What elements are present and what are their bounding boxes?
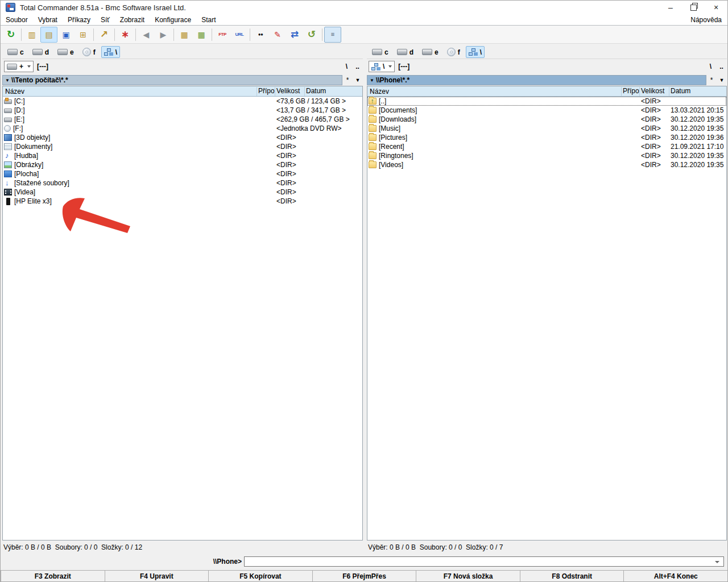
back-icon[interactable]: ◀ — [138, 27, 155, 43]
file-row[interactable]: [3D objekty] <DIR> — [3, 133, 362, 142]
pack-icon[interactable]: ▦ — [176, 27, 193, 43]
file-row[interactable]: [Stažené soubory] <DIR> — [3, 178, 362, 188]
column-header-size[interactable]: Velikost — [276, 87, 300, 95]
file-row[interactable]: [Pictures] <DIR> 30.12.2020 19:36 — [367, 133, 726, 142]
file-row[interactable]: [E:] <262,9 GB / 465,7 GB > — [3, 115, 362, 124]
right-path-bar[interactable]: ▼ \\Phone\*.* — [367, 75, 706, 85]
menu-item[interactable]: Zobrazit — [115, 14, 150, 25]
separator[interactable] — [135, 28, 136, 41]
ftp-connect-icon[interactable]: FTP — [214, 27, 231, 43]
unpack-icon[interactable]: ▦ — [193, 27, 210, 43]
full-view-icon[interactable]: ▤ — [40, 27, 57, 43]
forward-icon[interactable]: ▶ — [155, 27, 172, 43]
parent-dir-button[interactable]: .. — [716, 61, 727, 72]
function-key-button[interactable]: F6 PřejmPřes — [312, 571, 416, 581]
close-button[interactable]: × — [705, 1, 727, 14]
drive-c-button[interactable]: c — [369, 46, 391, 58]
root-dir-button[interactable]: \ — [341, 61, 352, 72]
filter-button[interactable]: * — [342, 75, 353, 85]
file-row[interactable]: [D:] <13,7 GB / 341,7 GB > — [3, 106, 362, 115]
column-header-ext[interactable]: Přípo — [258, 87, 275, 95]
history-button[interactable]: ▼ — [717, 75, 727, 85]
network-button[interactable]: \ — [466, 46, 485, 58]
parent-dir-button[interactable]: .. — [352, 61, 363, 72]
separator[interactable] — [212, 28, 212, 41]
thumbnail-view-icon[interactable]: ▣ — [57, 27, 75, 43]
filter-button[interactable]: * — [706, 75, 717, 85]
file-row[interactable]: [..] <DIR> — [367, 97, 726, 106]
right-drive-combo[interactable]: \ — [369, 61, 395, 72]
column-header-date[interactable]: Datum — [306, 87, 326, 95]
separator[interactable] — [173, 28, 174, 41]
left-drive-combo[interactable]: + — [4, 61, 34, 72]
drive-d-button[interactable]: d — [394, 46, 416, 58]
notepad-icon[interactable]: ≡ — [324, 27, 341, 43]
drive-e-button[interactable]: e — [419, 46, 441, 58]
file-row[interactable]: [C:] <73,6 GB / 123,4 GB > — [3, 97, 362, 106]
multi-rename-icon[interactable]: ✎ — [269, 27, 286, 43]
file-row[interactable]: [Downloads] <DIR> 30.12.2020 19:35 — [367, 115, 726, 124]
column-header-ext[interactable]: Přípo — [623, 87, 639, 95]
drive-d-button[interactable]: d — [30, 46, 52, 58]
root-dir-button[interactable]: \ — [705, 61, 716, 72]
function-key-button[interactable]: Alt+F4 Konec — [623, 571, 727, 581]
separator[interactable] — [93, 28, 94, 41]
drive-c-button[interactable]: c — [5, 46, 27, 58]
ftp-url-icon[interactable]: URL — [231, 27, 248, 43]
menu-item[interactable]: Konfigurace — [150, 14, 196, 25]
separator[interactable] — [21, 28, 22, 41]
restore-button[interactable] — [682, 1, 705, 14]
menu-item-help[interactable]: Nápověda — [685, 14, 727, 25]
file-row[interactable]: [Ringtones] <DIR> 30.12.2020 19:35 — [367, 151, 726, 160]
function-key-button[interactable]: F3 Zobrazit — [1, 571, 105, 581]
separator[interactable] — [322, 28, 322, 41]
function-key-button[interactable]: F5 Kopírovat — [208, 571, 312, 581]
free-space-label: [---] — [398, 63, 410, 70]
command-prompt: \\Phone> — [171, 558, 242, 566]
menu-item[interactable]: Síť — [96, 14, 115, 25]
sync-dirs-icon[interactable]: ⇄ — [286, 27, 303, 43]
minimize-button[interactable]: – — [659, 1, 682, 14]
file-row[interactable]: [Obrázky] <DIR> — [3, 160, 362, 169]
file-row[interactable]: [Hudba] <DIR> — [3, 151, 362, 160]
function-key-button[interactable]: F8 Odstranit — [520, 571, 624, 581]
column-header-date[interactable]: Datum — [671, 87, 690, 95]
file-row[interactable]: [Recent] <DIR> 21.09.2021 17:10 — [367, 142, 726, 151]
file-row[interactable]: [Music] <DIR> 30.12.2020 19:35 — [367, 124, 726, 133]
menu-item[interactable]: Vybrat — [33, 14, 63, 25]
branch-view-icon[interactable]: ↗ — [96, 27, 113, 43]
function-key-button[interactable]: F4 Upravit — [105, 571, 209, 581]
drive-f-button[interactable]: f — [444, 46, 463, 58]
file-row[interactable]: [Plocha] <DIR> — [3, 169, 362, 178]
file-row[interactable]: [Documents] <DIR> 13.03.2021 20:15 — [367, 106, 726, 115]
file-row[interactable]: [F:] <Jednotka DVD RW> — [3, 124, 362, 133]
drive-f-button[interactable]: f — [80, 46, 98, 58]
separator[interactable] — [114, 28, 115, 41]
separator[interactable] — [250, 28, 250, 41]
drive-e-button[interactable]: e — [55, 46, 77, 58]
file-row[interactable]: [Videos] <DIR> 30.12.2020 19:35 — [367, 160, 726, 169]
column-divider — [639, 87, 640, 96]
file-icon — [369, 107, 377, 114]
search-icon[interactable]: ●● — [252, 27, 269, 43]
file-row[interactable]: [HP Elite x3] <DIR> — [3, 197, 362, 206]
left-path-bar[interactable]: ▼ \\Tento počítač\*.* — [2, 75, 342, 85]
menu-item[interactable]: Start — [196, 14, 221, 25]
menu-item[interactable]: Příkazy — [63, 14, 96, 25]
left-status-bar: Výběr: 0 B / 0 B Soubory: 0 / 0 Složky: … — [2, 542, 364, 553]
command-input[interactable] — [244, 556, 724, 567]
file-row[interactable]: [Videa] <DIR> — [3, 188, 362, 197]
network-button[interactable]: \ — [101, 46, 120, 58]
column-header-size[interactable]: Velikost — [641, 87, 664, 95]
show-hidden-icon[interactable]: ∗ — [117, 27, 134, 43]
file-row[interactable]: [Dokumenty] <DIR> — [3, 142, 362, 151]
right-path-text: \\Phone\*.* — [376, 76, 410, 84]
function-key-button[interactable]: F7 Nová složka — [416, 571, 520, 581]
drive-icon — [104, 48, 113, 56]
history-button[interactable]: ▼ — [353, 75, 363, 85]
refresh-icon[interactable]: ↻ — [2, 27, 19, 43]
menu-item[interactable]: Soubor — [1, 14, 33, 25]
brief-view-icon[interactable]: ▥ — [23, 27, 40, 43]
tree-view-icon[interactable]: ⊞ — [75, 27, 92, 43]
restore-selection-icon[interactable]: ↺ — [303, 27, 320, 43]
